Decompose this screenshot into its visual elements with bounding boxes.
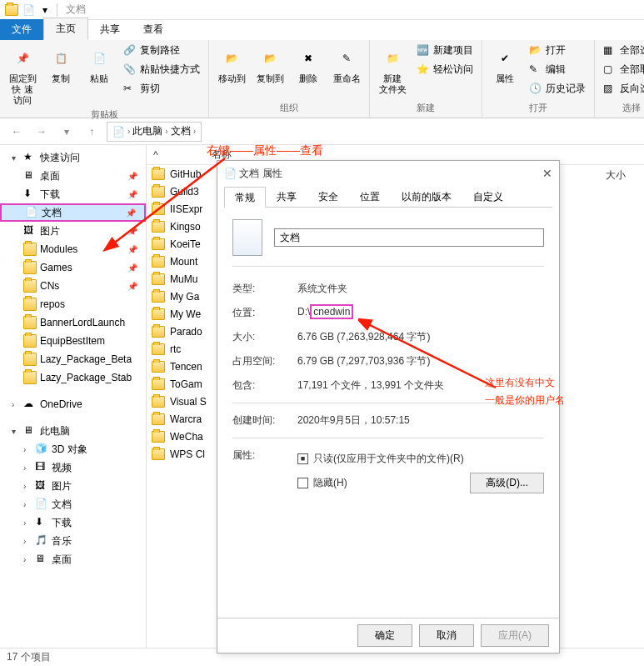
tree-lazy-beta[interactable]: Lazy_Package_Beta [0, 350, 146, 368]
copy-path-button[interactable]: 🔗复制路径 [120, 42, 203, 59]
new-folder-button[interactable]: 📁新建 文件夹 [375, 42, 410, 95]
nav-forward-button[interactable]: → [32, 122, 52, 142]
tree-downloads2[interactable]: ›⬇下载 [0, 513, 146, 532]
tree-repos[interactable]: repos [0, 295, 146, 313]
nav-back-button[interactable]: ← [7, 122, 27, 142]
col-size[interactable]: 大小 [606, 168, 626, 183]
rename-icon: ✎ [333, 45, 360, 72]
tab-view[interactable]: 查看 [132, 19, 175, 40]
delete-button[interactable]: ✖删除 [291, 42, 326, 84]
dropdown-icon[interactable]: ▾ [38, 3, 52, 17]
cancel-button[interactable]: 取消 [419, 624, 474, 647]
open-button[interactable]: 📂打开 [526, 42, 589, 59]
tree-cns[interactable]: CNs📌 [0, 277, 146, 295]
ok-button[interactable]: 确定 [357, 624, 412, 647]
cloud-icon: ☁ [23, 398, 37, 411]
paste-shortcut-button[interactable]: 📎粘贴快捷方式 [120, 61, 203, 78]
group-new-label: 新建 [375, 100, 477, 116]
edit-icon: ✎ [529, 63, 542, 77]
tree-quick-access[interactable]: ▾★快速访问 [0, 148, 146, 167]
nav-up-button[interactable]: ↑ [82, 122, 102, 142]
folder-icon [152, 221, 165, 233]
tree-lazy-stab[interactable]: Lazy_Package_Stab [0, 368, 146, 387]
readonly-label: 只读(仅应用于文件夹中的文件)(R) [313, 452, 464, 466]
readonly-checkbox[interactable] [297, 453, 308, 464]
tree-documents[interactable]: 📄文档📌 [0, 203, 146, 222]
history-button[interactable]: 🕓历史记录 [526, 80, 589, 98]
tab-general[interactable]: 常规 [224, 187, 266, 208]
tree-3dobjects[interactable]: ›🧊3D 对象 [0, 440, 146, 458]
tab-security[interactable]: 安全 [307, 186, 349, 207]
copy-to-button[interactable]: 📂复制到 [252, 42, 287, 84]
folder-icon [23, 261, 37, 274]
folder-icon [23, 298, 37, 311]
tree-games[interactable]: Games📌 [0, 258, 146, 277]
tab-file[interactable]: 文件 [0, 19, 43, 40]
folder-icon [23, 353, 37, 366]
label-created: 创建时间: [232, 413, 297, 428]
newitem-icon: 🆕 [417, 44, 430, 58]
apply-button[interactable]: 应用(A) [481, 624, 549, 647]
cut-button[interactable]: ✂剪切 [120, 80, 203, 98]
document-icon: 📄 [112, 126, 125, 138]
properties-button[interactable]: ✔属性 [487, 42, 522, 98]
advanced-button[interactable]: 高级(D)... [470, 473, 544, 493]
tree-pictures[interactable]: 🖼图片📌 [0, 222, 146, 240]
folder-name-field[interactable]: 文档 [274, 228, 544, 247]
select-none-button[interactable]: ▢全部取消 [600, 61, 644, 78]
select-all-button[interactable]: ▦全部选择 [600, 42, 644, 59]
folder-icon [152, 361, 165, 373]
hidden-checkbox[interactable] [297, 478, 308, 488]
tab-custom[interactable]: 自定义 [462, 186, 514, 207]
pin-to-quick-button[interactable]: 📌固定到快 速访问 [5, 42, 40, 107]
file-icon: 📄 [22, 3, 35, 17]
folder-icon [23, 316, 37, 329]
invert-select-button[interactable]: ▨反向选择 [600, 80, 644, 98]
tab-share2[interactable]: 共享 [266, 186, 307, 207]
easy-access-button[interactable]: ⭐轻松访问 [413, 61, 477, 78]
tree-banner[interactable]: BannerLordLaunch [0, 313, 146, 332]
dialog-titlebar: 📄 文档 属性 ✕ [217, 161, 559, 186]
picture-icon: 🖼 [35, 479, 48, 493]
tree-documents2[interactable]: ›📄文档 [0, 495, 146, 513]
tab-home[interactable]: 主页 [43, 18, 88, 40]
download-icon: ⬇ [35, 516, 48, 529]
move-to-button[interactable]: 📂移动到 [214, 42, 249, 84]
folder-icon [152, 186, 165, 198]
dialog-tabs: 常规 共享 安全 位置 以前的版本 自定义 [224, 186, 552, 208]
paste-button[interactable]: 📄粘贴 [82, 42, 117, 107]
tree-videos[interactable]: ›🎞视频 [0, 458, 146, 477]
tree-desktop2[interactable]: ›🖥桌面 [0, 550, 146, 568]
tab-share[interactable]: 共享 [88, 19, 132, 40]
tree-pictures2[interactable]: ›🖼图片 [0, 477, 146, 495]
tree-music[interactable]: ›🎵音乐 [0, 532, 146, 550]
folder-icon [152, 238, 165, 250]
star-icon: ★ [23, 151, 37, 164]
pc-icon: 🖥 [23, 424, 37, 438]
close-button[interactable]: ✕ [542, 167, 552, 180]
tree-equip[interactable]: EquipBestItem [0, 332, 146, 350]
folder-icon [152, 168, 165, 180]
paste-icon: 📄 [86, 45, 112, 72]
moveto-icon: 📂 [218, 45, 245, 72]
crumb-thispc[interactable]: 此电脑 [132, 124, 162, 138]
new-item-button[interactable]: 🆕新建项目 [413, 42, 477, 59]
value-type: 系统文件夹 [297, 282, 544, 296]
tree-thispc[interactable]: ▾🖥此电脑 [0, 422, 146, 440]
tab-previous[interactable]: 以前的版本 [391, 186, 462, 207]
tree-onedrive[interactable]: ›☁OneDrive [0, 395, 146, 413]
tree-modules[interactable]: Modules📌 [0, 240, 146, 258]
edit-button[interactable]: ✎编辑 [526, 61, 589, 78]
pin-icon: 📌 [126, 208, 136, 218]
crumb-documents[interactable]: 文档 [171, 124, 191, 138]
rename-button[interactable]: ✎重命名 [329, 42, 364, 84]
location-highlight: cnedwin [310, 304, 353, 319]
nav-recent-button[interactable]: ▾ [57, 122, 77, 142]
tab-location[interactable]: 位置 [349, 186, 391, 207]
easy-icon: ⭐ [417, 63, 430, 77]
tree-downloads[interactable]: ⬇下载📌 [0, 185, 146, 203]
tree-desktop[interactable]: 🖥桌面📌 [0, 167, 146, 185]
breadcrumb[interactable]: 📄 › 此电脑 › 文档 › [107, 122, 202, 142]
copy-button[interactable]: 📋复制 [43, 42, 78, 107]
scissors-icon: ✂ [123, 83, 137, 96]
